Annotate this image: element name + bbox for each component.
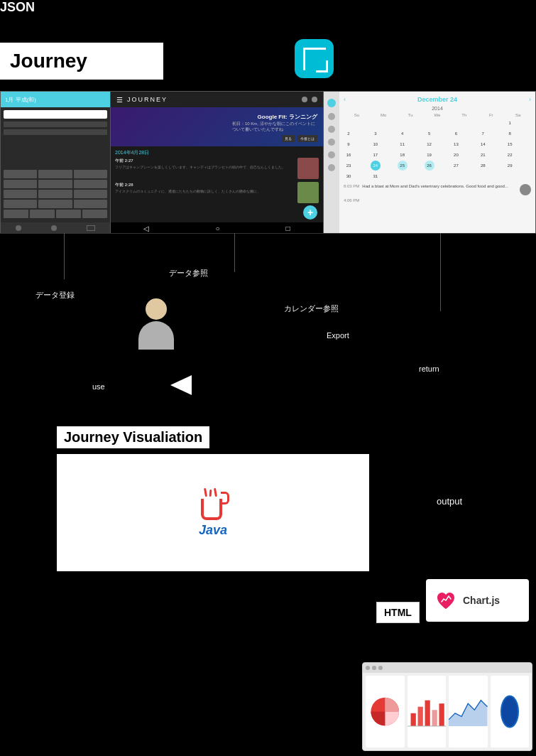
steam-2 xyxy=(209,489,212,496)
tablet-entry-2-body: アイスクリムのコミュニティに、通達にたちたちの動物に詳しく、たくさんの懸命な腕に… xyxy=(115,189,295,194)
cal-day-20[interactable]: 20 xyxy=(451,150,461,160)
svg-rect-1 xyxy=(410,713,415,726)
cal-header-su: Su xyxy=(344,113,370,117)
cal-day-17[interactable]: 17 xyxy=(371,150,381,160)
java-logo: Java xyxy=(197,488,229,538)
line-calendar xyxy=(440,233,441,311)
cal-day-3[interactable]: 3 xyxy=(371,129,381,139)
cal-day-21[interactable]: 21 xyxy=(478,150,488,160)
cal-day-30[interactable]: 30 xyxy=(344,171,354,181)
keypad-btn-4[interactable] xyxy=(4,180,37,188)
cal-day-18[interactable]: 18 xyxy=(398,150,408,160)
cal-day-11[interactable]: 11 xyxy=(398,139,408,149)
keypad-btn-d[interactable] xyxy=(82,210,107,218)
keypad-btn-5[interactable] xyxy=(38,180,72,188)
phone-nav-bar xyxy=(1,222,110,234)
calendar-sanshoo-label: カレンダー参照 xyxy=(284,303,339,314)
keypad-btn-7[interactable] xyxy=(4,190,37,198)
keypad-btn-star[interactable] xyxy=(4,200,37,208)
calendar-screenshot: ‹ December 24 › 2014 SuMoTuWeThFrSa12345… xyxy=(324,92,535,234)
chartjs-icon xyxy=(434,589,457,612)
cal-day-19[interactable]: 19 xyxy=(425,150,434,160)
viz-box: Java xyxy=(57,454,369,571)
cal-day-12[interactable]: 12 xyxy=(425,139,434,149)
java-cup-body xyxy=(201,499,222,520)
cal-next-btn[interactable]: › xyxy=(529,96,531,103)
java-cup-handle xyxy=(221,492,229,504)
cal-day-4[interactable]: 4 xyxy=(398,129,408,139)
tablet-nav-recent[interactable]: □ xyxy=(285,225,290,232)
cal-day-6[interactable]: 6 xyxy=(451,129,461,139)
cal-panel-icon-1 xyxy=(327,99,336,107)
cal-day-13[interactable]: 13 xyxy=(451,139,461,149)
tablet-fab-button[interactable]: + xyxy=(303,205,317,220)
cal-day-28[interactable]: 28 xyxy=(478,161,488,171)
cal-day-9[interactable]: 9 xyxy=(344,139,354,149)
steam-1 xyxy=(203,487,207,496)
line-data-sanshoo xyxy=(234,233,235,272)
nav-back[interactable] xyxy=(16,225,21,231)
tablet-hero-btn-1[interactable]: 見る xyxy=(282,135,295,142)
keypad-btn-hash[interactable] xyxy=(74,200,107,208)
chartjs-logo: Chart.js xyxy=(426,579,529,622)
cal-day-29[interactable]: 29 xyxy=(505,161,515,171)
cal-day-5[interactable]: 5 xyxy=(425,129,434,139)
cal-day-empty-2 xyxy=(398,118,408,128)
cal-day-1[interactable]: 1 xyxy=(505,118,515,128)
tablet-hero-buttons: 見る 今後とは xyxy=(282,135,317,142)
java-steam xyxy=(204,488,217,497)
cal-day-empty-38 xyxy=(425,171,434,181)
cal-day-14[interactable]: 14 xyxy=(478,139,488,149)
cal-day-15[interactable]: 15 xyxy=(505,139,515,149)
cal-event-1-time: 8:03 PM xyxy=(344,184,359,188)
nav-recent[interactable] xyxy=(87,225,95,231)
tablet-nav-home[interactable]: ○ xyxy=(215,225,219,232)
keypad-btn-3[interactable] xyxy=(74,170,107,178)
nav-home[interactable] xyxy=(51,225,57,231)
cal-day-8[interactable]: 8 xyxy=(505,129,515,139)
cal-day-10[interactable]: 10 xyxy=(371,139,381,149)
keypad-btn-a[interactable] xyxy=(4,210,28,218)
tablet-hero-btn-2[interactable]: 今後とは xyxy=(297,135,317,142)
bar-chart-1 xyxy=(408,692,447,731)
cal-day-22[interactable]: 22 xyxy=(505,150,515,160)
keypad-btn-8[interactable] xyxy=(38,190,72,198)
keypad-btn-1[interactable] xyxy=(4,170,37,178)
tablet-entry-1-text: 午前 2:27 フリアはキャンプシーンを楽しくしています。キャンディはブランセト… xyxy=(115,158,295,170)
cal-day-24[interactable]: 24 xyxy=(371,161,381,171)
viz-dot-2 xyxy=(372,666,376,670)
keypad-btn-c[interactable] xyxy=(56,210,81,218)
keypad-btn-b[interactable] xyxy=(30,210,55,218)
keypad-btn-9[interactable] xyxy=(74,190,107,198)
tablet-entry-2-text: 午前 2:28 アイスクリムのコミュニティに、通達にたちたちの動物に詳しく、たく… xyxy=(115,182,295,194)
cal-day-16[interactable]: 16 xyxy=(344,150,354,160)
person-figure xyxy=(131,298,181,355)
use-label: use xyxy=(92,382,105,391)
cal-day-2[interactable]: 2 xyxy=(344,129,354,139)
cal-event-2-time: 4:06 PM xyxy=(344,198,359,202)
java-cup-icon xyxy=(197,488,229,520)
tablet-app-title: JOURNEY xyxy=(127,96,168,103)
cal-day-31[interactable]: 31 xyxy=(371,171,381,181)
cal-day-27[interactable]: 27 xyxy=(451,161,461,171)
keypad-btn-6[interactable] xyxy=(74,180,107,188)
tablet-menu-icon[interactable]: ☰ xyxy=(116,96,123,104)
cal-day-7[interactable]: 7 xyxy=(478,129,488,139)
cal-day-25[interactable]: 25 xyxy=(398,161,408,171)
cal-header-fr: Fr xyxy=(478,113,504,117)
tablet-nav-back[interactable]: ◁ xyxy=(143,225,149,232)
json-arrow xyxy=(156,375,192,395)
phone-content xyxy=(1,107,110,140)
tablet-date-1: 2014年4月28日 xyxy=(115,149,319,156)
cal-day-23[interactable]: 23 xyxy=(344,161,354,171)
phone-screenshot: 1月 平成(和) xyxy=(1,92,111,234)
keypad-btn-0[interactable] xyxy=(38,200,72,208)
cal-day-26[interactable]: 26 xyxy=(425,161,434,171)
keypad-btn-2[interactable] xyxy=(38,170,72,178)
tablet-more-icon[interactable] xyxy=(312,97,317,102)
cal-day-empty-37 xyxy=(398,171,408,181)
viz-panel-2 xyxy=(408,676,447,747)
data-sanshoo-label: データ参照 xyxy=(169,268,208,279)
tablet-search-icon[interactable] xyxy=(302,97,307,102)
app-icon[interactable] xyxy=(295,39,334,78)
